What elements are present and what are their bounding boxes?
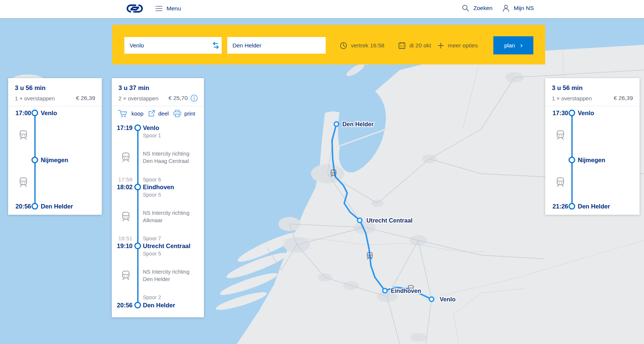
arrive-time: 20:56 bbox=[112, 302, 133, 309]
arrive-platform: Spoor 2 bbox=[143, 294, 161, 300]
arrival-platform: Spoor 6 bbox=[143, 177, 161, 183]
arrive-station: Den Helder bbox=[143, 302, 175, 309]
journey-card-previous[interactable]: 3 u 56 min 1 × overstappen € 26,39 17:00… bbox=[8, 78, 102, 215]
timeline-node bbox=[134, 124, 141, 131]
arrival-platform: Spoor 7 bbox=[143, 236, 161, 241]
arrive-station: Den Helder bbox=[578, 203, 610, 210]
plan-label: plan bbox=[504, 42, 515, 49]
train-icon bbox=[121, 270, 131, 281]
cart-icon bbox=[118, 108, 129, 118]
journey-transfers: 2 × overstappen bbox=[118, 95, 158, 101]
buy-button[interactable]: koop bbox=[118, 108, 144, 118]
arrive-time: 20:56 bbox=[8, 203, 31, 210]
map-label-venlo: Venlo bbox=[440, 296, 456, 303]
depart-station: Venlo bbox=[41, 110, 57, 117]
journey-duration: 3 u 37 min bbox=[118, 84, 149, 92]
map-label-den-helder: Den Helder bbox=[342, 121, 373, 127]
menu-label: Menu bbox=[167, 5, 181, 12]
clock-icon bbox=[339, 41, 348, 50]
map-marker-eindhoven[interactable] bbox=[383, 288, 387, 293]
divider bbox=[545, 106, 640, 106]
train-icon bbox=[556, 130, 565, 140]
depart-time: 17:19 bbox=[112, 124, 133, 131]
print-button[interactable]: print bbox=[173, 109, 195, 118]
depart-station: Venlo bbox=[143, 124, 159, 131]
train-icon bbox=[121, 152, 131, 163]
journey-card-selected: 3 u 37 min 2 × overstappen € 25,70 koop … bbox=[112, 78, 204, 317]
departure-time: 19:10 bbox=[112, 243, 133, 250]
menu-button[interactable]: Menu bbox=[155, 4, 181, 13]
buy-label: koop bbox=[131, 110, 144, 117]
depart-station: Venlo bbox=[578, 110, 594, 117]
service-description: NS Intercity richting Den Helder bbox=[143, 268, 199, 283]
transfer-station: Utrecht Centraal bbox=[143, 243, 190, 250]
map-label-eindhoven: Eindhoven bbox=[391, 288, 421, 294]
transfer-station: Eindhoven bbox=[143, 184, 174, 191]
arrive-station: Den Helder bbox=[41, 203, 73, 210]
share-button[interactable]: deel bbox=[148, 109, 169, 117]
journey-transfers: 1 × overstappen bbox=[552, 95, 592, 101]
depart-platform: Spoor 1 bbox=[143, 133, 161, 138]
map-marker-venlo[interactable] bbox=[429, 297, 434, 301]
map-label-utrecht: Utrecht Centraal bbox=[366, 217, 412, 224]
date-label: di 20 okt bbox=[409, 42, 431, 49]
arrival-time: 18:51 bbox=[112, 235, 133, 242]
plan-button[interactable]: plan › bbox=[493, 36, 533, 54]
map-marker-utrecht[interactable] bbox=[358, 218, 362, 223]
timeline-node-arrive bbox=[31, 203, 38, 210]
train-icon bbox=[19, 130, 28, 140]
to-station-input[interactable] bbox=[227, 37, 326, 54]
ns-logo[interactable] bbox=[126, 4, 144, 13]
journey-price: € 26,39 bbox=[614, 95, 633, 101]
timeline-node-arrive bbox=[568, 203, 575, 210]
departure-platform: Spoor 5 bbox=[143, 192, 161, 198]
journey-planner-bar: vertrek 16:58 di 20 okt meer opties plan… bbox=[112, 25, 545, 64]
journey-card-next[interactable]: 3 u 56 min 1 × overstappen € 26,39 17:30… bbox=[545, 78, 640, 215]
chevron-right-icon: › bbox=[520, 41, 522, 49]
via-station: Nijmegen bbox=[41, 157, 68, 164]
train-icon bbox=[19, 177, 28, 187]
person-icon bbox=[502, 4, 510, 12]
top-navigation-bar: Menu Zoeken Mijn NS bbox=[0, 0, 644, 18]
divider bbox=[8, 106, 102, 106]
print-label: print bbox=[184, 110, 195, 117]
train-icon bbox=[556, 177, 565, 187]
search-button[interactable]: Zoeken bbox=[462, 4, 493, 12]
account-button[interactable]: Mijn NS bbox=[502, 4, 534, 12]
via-station: Nijmegen bbox=[578, 157, 605, 164]
timeline-node bbox=[134, 243, 141, 249]
share-label: deel bbox=[158, 110, 169, 117]
map-marker-den-helder[interactable] bbox=[334, 122, 339, 126]
divider bbox=[112, 106, 204, 106]
calendar-icon bbox=[398, 41, 406, 50]
external-link-icon bbox=[148, 109, 156, 117]
journey-duration: 3 u 56 min bbox=[15, 84, 46, 92]
depart-time: 17:00 bbox=[8, 110, 31, 117]
arrival-time: 17:58 bbox=[112, 176, 133, 183]
journey-duration: 3 u 56 min bbox=[552, 84, 583, 92]
more-options-label: meer opties bbox=[448, 42, 478, 49]
info-icon[interactable] bbox=[190, 94, 198, 102]
departure-time-button[interactable]: vertrek 16:58 bbox=[339, 37, 384, 54]
timeline-node-via bbox=[568, 157, 575, 163]
plus-icon bbox=[437, 42, 445, 49]
search-label: Zoeken bbox=[473, 5, 493, 11]
depart-time: 17:30 bbox=[545, 110, 568, 117]
search-icon bbox=[462, 4, 470, 12]
more-options-button[interactable]: meer opties bbox=[437, 37, 478, 54]
service-description: NS Intercity richting Alkmaar bbox=[143, 209, 199, 224]
swap-stations-icon[interactable] bbox=[211, 41, 220, 50]
date-button[interactable]: di 20 okt bbox=[398, 37, 431, 54]
timeline-node bbox=[134, 184, 141, 190]
timeline-node-via bbox=[31, 157, 38, 163]
account-label: Mijn NS bbox=[514, 5, 534, 11]
departure-time: 18:02 bbox=[112, 184, 133, 191]
printer-icon bbox=[173, 109, 182, 118]
journey-actions: koop deel print bbox=[118, 108, 195, 118]
timeline-node-depart bbox=[568, 110, 575, 116]
timeline-node-depart bbox=[31, 110, 38, 116]
journey-price: € 25,70 bbox=[168, 95, 188, 101]
from-station-input[interactable] bbox=[124, 37, 222, 54]
journey-transfers: 1 × overstappen bbox=[15, 95, 55, 101]
hamburger-icon bbox=[155, 4, 162, 13]
